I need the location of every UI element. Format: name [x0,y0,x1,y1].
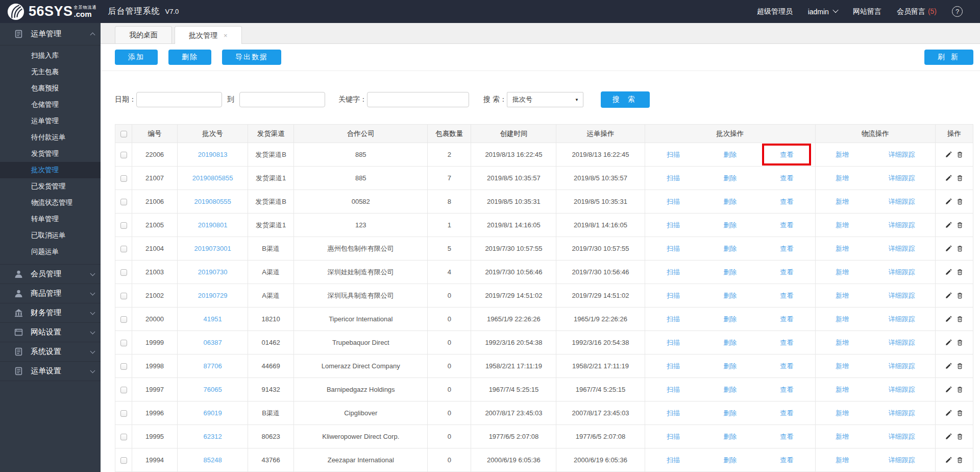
tab-batch-management[interactable]: 批次管理 × [175,26,242,44]
batch-op-link[interactable]: 扫描 [667,221,680,230]
edit-icon[interactable] [945,316,952,322]
batch-op-link[interactable]: 查看 [780,409,793,418]
edit-icon[interactable] [945,175,952,181]
trash-icon[interactable] [957,386,963,393]
logistics-op-link[interactable]: 新增 [836,385,849,394]
logistics-op-link[interactable]: 详细跟踪 [889,197,915,206]
batch-op-link[interactable]: 扫描 [667,268,680,277]
logistics-op-link[interactable]: 新增 [836,409,849,418]
batch-op-link[interactable]: 扫描 [667,197,680,206]
row-checkbox[interactable] [120,222,127,229]
sidebar-item-0-2[interactable]: 包裹预报 [0,80,101,97]
row-checkbox[interactable] [120,316,127,323]
sidebar-item-0-4[interactable]: 运单管理 [0,113,101,129]
batch-no-link[interactable]: 20190801 [198,221,228,229]
batch-no-link[interactable]: 41951 [204,315,222,323]
batch-no-link[interactable]: 2019080555 [194,198,231,205]
batch-no-link[interactable]: 69019 [204,409,222,417]
edit-icon[interactable] [945,410,952,416]
trash-icon[interactable] [957,316,963,322]
logistics-op-link[interactable]: 新增 [836,221,849,230]
sidebar-section-6[interactable]: 运单设置 [0,362,101,381]
logistics-op-link[interactable]: 详细跟踪 [889,315,915,324]
logistics-op-link[interactable]: 详细跟踪 [889,291,915,300]
logistics-op-link[interactable]: 新增 [836,244,849,253]
sidebar-item-0-8[interactable]: 已发货管理 [0,178,101,195]
select-all-checkbox[interactable] [120,131,127,137]
edit-icon[interactable] [945,222,952,228]
edit-icon[interactable] [945,269,952,275]
refresh-button[interactable]: 刷 新 [924,50,973,65]
logistics-op-link[interactable]: 新增 [836,268,849,277]
batch-op-link[interactable]: 删除 [723,362,737,371]
batch-op-link[interactable]: 查看 [780,432,793,441]
batch-op-link[interactable]: 扫描 [667,338,680,347]
batch-op-link[interactable]: 扫描 [667,315,680,324]
batch-no-link[interactable]: 20190729 [198,292,228,299]
batch-no-link[interactable]: 62312 [204,433,222,440]
batch-op-link[interactable]: 查看 [780,338,793,347]
add-button[interactable]: 添加 [115,50,158,65]
row-checkbox[interactable] [120,387,127,393]
sidebar-section-1[interactable]: 会员管理 [0,265,101,284]
row-checkbox[interactable] [120,434,127,440]
sidebar-section-3[interactable]: 财务管理 [0,303,101,323]
user-menu[interactable]: iadmin [808,8,838,16]
batch-op-link[interactable]: 查看 [780,174,793,183]
logistics-op-link[interactable]: 详细跟踪 [889,456,915,465]
logistics-op-link[interactable]: 详细跟踪 [889,362,915,371]
trash-icon[interactable] [957,410,963,416]
batch-op-link[interactable]: 查看 [780,221,793,230]
row-checkbox[interactable] [120,410,127,417]
help-icon[interactable]: ? [952,6,963,17]
batch-op-link[interactable]: 扫描 [667,244,680,253]
logistics-op-link[interactable]: 新增 [836,291,849,300]
logistics-op-link[interactable]: 详细跟踪 [889,268,915,277]
logistics-op-link[interactable]: 详细跟踪 [889,385,915,394]
row-checkbox[interactable] [120,363,127,370]
logistics-op-link[interactable]: 详细跟踪 [889,150,915,159]
batch-op-link[interactable]: 查看 [780,244,793,253]
batch-no-link[interactable]: 06387 [204,339,222,346]
batch-op-link[interactable]: 删除 [723,315,737,324]
row-checkbox[interactable] [120,175,127,182]
batch-op-link[interactable]: 扫描 [667,291,680,300]
batch-op-link[interactable]: 扫描 [667,150,680,159]
batch-op-link[interactable]: 删除 [723,385,737,394]
batch-op-link[interactable]: 查看 [780,456,793,465]
batch-op-link[interactable]: 查看 [780,291,793,300]
batch-op-link[interactable]: 查看 [780,197,793,206]
sidebar-item-0-9[interactable]: 物流状态管理 [0,195,101,211]
sidebar-section-0[interactable]: 运单管理 [0,23,101,45]
batch-op-link[interactable]: 查看 [780,268,793,277]
batch-op-link[interactable]: 查看 [780,362,793,371]
logistics-op-link[interactable]: 详细跟踪 [889,174,915,183]
logistics-op-link[interactable]: 新增 [836,338,849,347]
logistics-op-link[interactable]: 详细跟踪 [889,338,915,347]
keyword-input[interactable] [367,92,469,107]
row-checkbox[interactable] [120,293,127,299]
logistics-op-link[interactable]: 新增 [836,197,849,206]
sidebar-item-0-5[interactable]: 待付款运单 [0,129,101,146]
batch-op-link[interactable]: 删除 [723,291,737,300]
sidebar-item-0-0[interactable]: 扫描入库 [0,48,101,64]
trash-icon[interactable] [957,292,963,299]
logistics-op-link[interactable]: 新增 [836,362,849,371]
close-icon[interactable]: × [224,32,228,39]
row-checkbox[interactable] [120,199,127,205]
batch-no-link[interactable]: 20190730 [198,268,228,276]
sidebar-item-0-3[interactable]: 仓储管理 [0,97,101,113]
trash-icon[interactable] [957,151,963,158]
batch-op-link[interactable]: 扫描 [667,409,680,418]
trash-icon[interactable] [957,269,963,275]
sidebar-item-0-11[interactable]: 已取消运单 [0,227,101,244]
batch-op-link[interactable]: 查看 [780,315,793,324]
batch-op-link[interactable]: 扫描 [667,362,680,371]
trash-icon[interactable] [957,245,963,252]
trash-icon[interactable] [957,339,963,346]
edit-icon[interactable] [945,363,952,369]
batch-no-link[interactable]: 87706 [204,362,222,370]
trash-icon[interactable] [957,222,963,228]
trash-icon[interactable] [957,457,963,463]
export-data-button[interactable]: 导出数据 [222,50,281,65]
